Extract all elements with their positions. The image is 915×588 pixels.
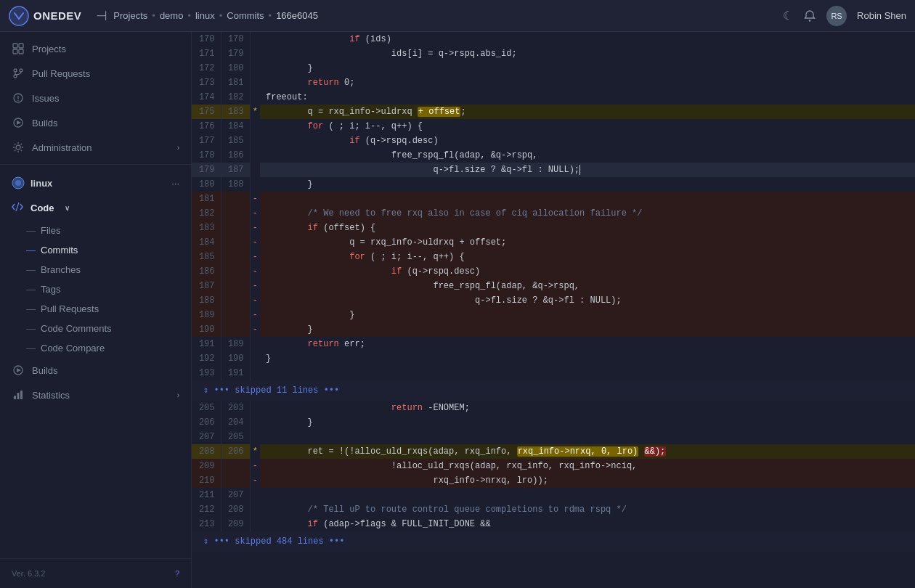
- svg-marker-13: [17, 121, 21, 125]
- breadcrumb-projects[interactable]: Projects: [113, 10, 147, 21]
- topnav: ONEDEV ⊣ Projects • demo • linux • Commi…: [0, 0, 915, 32]
- issue-icon: [12, 91, 25, 105]
- svg-rect-4: [13, 49, 17, 54]
- sidebar-item-pullrequests[interactable]: Pull Requests: [0, 61, 191, 86]
- admin-chevron-icon: ›: [177, 144, 179, 152]
- expand-skipped-btn-2[interactable]: ⇕: [203, 534, 208, 549]
- table-row: 174 182 freeout:: [192, 90, 915, 105]
- sidebar-sub-tags[interactable]: — Tags: [0, 279, 191, 299]
- table-row: 179 187 q->fl.size ? &q->fl : NULL);: [192, 163, 915, 177]
- skipped-label-2: ••• skipped 484 lines •••: [214, 536, 344, 547]
- avatar[interactable]: RS: [826, 6, 847, 26]
- commits-label: Commits: [41, 245, 78, 256]
- global-nav: Projects Pull Requests: [0, 32, 191, 164]
- table-row: 177 185 if (q->rspq.desc): [192, 134, 915, 148]
- table-row: 188 - q->fl.size ? &q->fl : NULL);: [192, 293, 915, 308]
- table-row: 180 188 }: [192, 177, 915, 192]
- sidebar-sub-files[interactable]: — Files: [0, 221, 191, 240]
- table-row: 183 - if (offset) {: [192, 221, 915, 235]
- table-row: 209 - !alloc_uld_rxqs(adap, rxq_info, rx…: [192, 459, 915, 473]
- logo[interactable]: ONEDEV: [9, 6, 81, 26]
- statistics-label: Statistics: [32, 390, 70, 401]
- svg-rect-20: [14, 396, 16, 399]
- table-row: 210 - rxq_info->nrxq, lro));: [192, 473, 915, 488]
- moon-icon[interactable]: ☾: [783, 9, 793, 23]
- table-row: 181 -: [192, 192, 915, 206]
- skipped-lines-row: ⇕ ••• skipped 11 lines •••: [192, 380, 915, 401]
- svg-marker-19: [17, 368, 21, 372]
- sidebar-item-builds-global[interactable]: Builds: [0, 110, 191, 135]
- expand-skipped-btn[interactable]: ⇕: [203, 383, 208, 398]
- table-row: 191 189 return err;: [192, 337, 915, 351]
- table-row: 178 186 free_rspq_fl(adap, &q->rspq,: [192, 148, 915, 163]
- svg-point-8: [20, 69, 23, 72]
- svg-point-6: [14, 69, 17, 72]
- table-row: 189 - }: [192, 308, 915, 322]
- svg-rect-5: [19, 49, 23, 54]
- main-layout: Projects Pull Requests: [0, 32, 915, 588]
- skipped-label: ••• skipped 11 lines •••: [214, 385, 339, 396]
- sidebar-item-administration[interactable]: Administration ›: [0, 135, 191, 160]
- statistics-chevron-icon: ›: [177, 391, 179, 399]
- table-row: 175 183 * q = rxq_info->uldrxq + offset;: [192, 105, 915, 119]
- notification-icon[interactable]: [803, 9, 816, 23]
- table-row: 192 190 }: [192, 351, 915, 366]
- codecomments-label: Code Comments: [41, 323, 112, 334]
- projects-label: Projects: [32, 44, 66, 54]
- sidebar-item-statistics[interactable]: Statistics ›: [0, 383, 191, 407]
- breadcrumb-demo[interactable]: demo: [160, 10, 184, 21]
- sidebar-sub-pullrequests[interactable]: — Pull Requests: [0, 299, 191, 319]
- breadcrumb-commits[interactable]: Commits: [227, 10, 264, 21]
- table-row: 185 - for ( ; i; i--, q++) {: [192, 250, 915, 264]
- sidebar-collapse-icon[interactable]: ⊣: [96, 8, 107, 24]
- code-section-toggle[interactable]: Code ∨: [0, 195, 191, 221]
- table-row: 186 - if (q->rspq.desc): [192, 264, 915, 279]
- project-linux[interactable]: linux ···: [0, 171, 191, 195]
- help-icon[interactable]: ?: [175, 569, 179, 578]
- svg-point-16: [15, 180, 21, 186]
- pullrequests-label: Pull Requests: [32, 68, 90, 79]
- code-label: Code: [30, 203, 54, 213]
- sidebar-item-projects[interactable]: Projects: [0, 36, 191, 61]
- table-row: 187 - free_rspq_fl(adap, &q->rspq,: [192, 279, 915, 293]
- table-row: 193 191: [192, 366, 915, 380]
- table-row: 208 206 * ret = !(!alloc_uld_rxqs(adap, …: [192, 444, 915, 459]
- table-row: 173 181 return 0;: [192, 75, 915, 90]
- project-more-icon[interactable]: ···: [171, 178, 179, 189]
- table-row: 213 209 if (adap->flags & FULL_INIT_DONE…: [192, 517, 915, 531]
- sidebar-sub-branches[interactable]: — Branches: [0, 260, 191, 279]
- code-icon: [12, 201, 23, 215]
- table-row: 170 178 if (ids): [192, 32, 915, 46]
- svg-point-14: [16, 145, 20, 150]
- builds-project-label: Builds: [32, 365, 57, 376]
- user-name[interactable]: Robin Shen: [857, 10, 906, 21]
- table-row: 172 180 }: [192, 61, 915, 75]
- sidebar-item-issues[interactable]: Issues: [0, 86, 191, 110]
- administration-label: Administration: [32, 142, 92, 153]
- table-row: 190 - }: [192, 322, 915, 337]
- issues-label: Issues: [32, 93, 60, 104]
- svg-rect-2: [13, 44, 17, 48]
- table-row: 207 205: [192, 430, 915, 444]
- grid-icon: [12, 42, 25, 55]
- table-row: 171 179 ids[i] = q->rspq.abs_id;: [192, 46, 915, 61]
- sidebar-item-builds-project[interactable]: Builds: [0, 358, 191, 383]
- breadcrumb-hash: 166e6045: [276, 10, 318, 21]
- breadcrumb-linux[interactable]: linux: [195, 10, 215, 21]
- sidebar: Projects Pull Requests: [0, 32, 192, 588]
- svg-point-0: [9, 7, 28, 25]
- builds-global-icon: [12, 116, 25, 129]
- code-section-chevron: ∨: [65, 204, 70, 212]
- code-diff-view[interactable]: 170 178 if (ids) 171 179 ids[i] = q->rsp…: [192, 32, 915, 588]
- sidebar-sub-commits[interactable]: — Commits: [0, 240, 191, 260]
- sidebar-sub-codecomments[interactable]: — Code Comments: [0, 319, 191, 338]
- builds-global-label: Builds: [32, 118, 57, 128]
- table-row: 206 204 }: [192, 415, 915, 430]
- svg-rect-3: [19, 44, 23, 48]
- admin-icon: [12, 141, 25, 154]
- diff-table: 170 178 if (ids) 171 179 ids[i] = q->rsp…: [192, 32, 915, 552]
- sidebar-sub-codecompare[interactable]: — Code Compare: [0, 338, 191, 358]
- codecompare-label: Code Compare: [41, 343, 105, 354]
- skipped-lines-row-2: ⇕ ••• skipped 484 lines •••: [192, 531, 915, 552]
- table-row: 211 207: [192, 488, 915, 502]
